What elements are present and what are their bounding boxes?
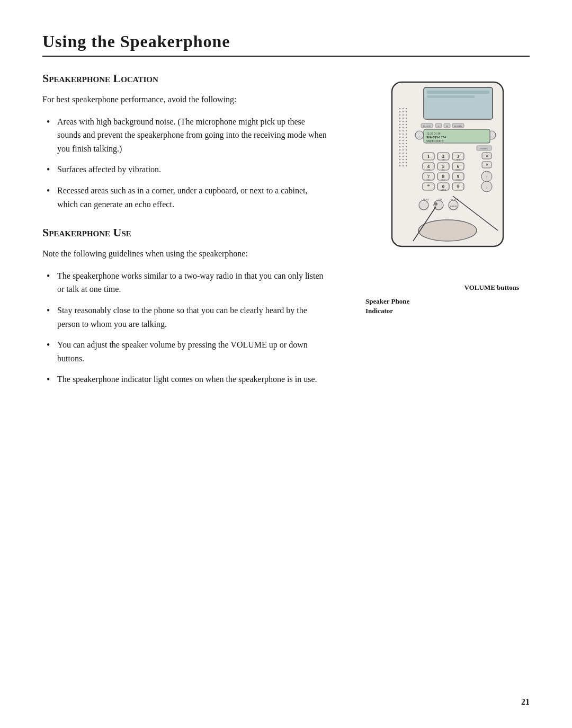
svg-point-12 <box>403 118 404 119</box>
list-item: Stay reasonably close to the phone so th… <box>42 304 328 331</box>
svg-text:∧: ∧ <box>486 154 488 158</box>
svg-point-29 <box>399 137 400 138</box>
page-number: 21 <box>521 697 530 707</box>
svg-text:ABC: ABC <box>441 158 446 161</box>
volume-buttons-label: VOLUME buttons <box>464 283 519 292</box>
svg-point-25 <box>406 130 407 131</box>
svg-rect-61 <box>427 95 475 98</box>
svg-point-52 <box>406 159 407 160</box>
svg-point-32 <box>399 140 400 141</box>
svg-text:*: * <box>427 183 430 189</box>
svg-point-31 <box>406 137 407 138</box>
list-item: Surfaces affected by vibration. <box>42 163 328 176</box>
list-item: You can adjust the speaker volume by pre… <box>42 338 328 365</box>
svg-text:PRS: PRS <box>426 179 430 181</box>
svg-point-53 <box>399 162 400 163</box>
svg-text:REVIEW: REVIEW <box>454 125 462 128</box>
svg-point-2 <box>399 108 400 109</box>
list-item: The speakerphone indicator light comes o… <box>42 372 328 386</box>
svg-point-7 <box>406 111 407 112</box>
svg-point-50 <box>399 159 400 160</box>
svg-point-41 <box>399 149 400 150</box>
svg-text:↑: ↑ <box>486 175 488 180</box>
page-title: Using the Speakerphone <box>42 32 530 57</box>
svg-text:A: A <box>438 125 440 128</box>
svg-point-45 <box>403 153 404 154</box>
svg-point-33 <box>403 140 404 141</box>
svg-text:SMITH JOHN: SMITH JOHN <box>426 139 444 143</box>
svg-point-13 <box>406 118 407 119</box>
svg-point-9 <box>403 114 404 116</box>
svg-point-26 <box>399 134 400 135</box>
svg-text:DELETE: DELETE <box>423 125 431 128</box>
section2-intro: Note the following guidelines when using… <box>42 247 328 261</box>
svg-point-49 <box>406 156 407 157</box>
svg-point-3 <box>403 108 404 109</box>
svg-text:WXY: WXY <box>455 179 461 181</box>
phone-illustration: DELETE A B REVIEW 12:30 01:19 316-555-13… <box>360 77 519 278</box>
svg-point-38 <box>399 146 400 147</box>
svg-text:TUV: TUV <box>441 179 445 181</box>
svg-point-48 <box>403 156 404 157</box>
svg-point-51 <box>403 159 404 160</box>
svg-point-27 <box>403 134 404 135</box>
svg-point-34 <box>406 140 407 141</box>
speaker-phone-indicator-label: Speaker PhoneIndicator <box>365 297 409 316</box>
svg-point-15 <box>403 121 404 122</box>
svg-text:JKL: JKL <box>442 168 445 171</box>
svg-point-21 <box>403 127 404 128</box>
svg-point-20 <box>399 127 400 128</box>
image-column: DELETE A B REVIEW 12:30 01:19 316-555-13… <box>350 72 530 315</box>
svg-point-124 <box>435 203 437 206</box>
svg-point-39 <box>403 146 404 147</box>
svg-point-35 <box>399 143 400 144</box>
svg-text:OPER: OPER <box>441 189 446 191</box>
section2-container: Speakerphone Use Note the following guid… <box>42 226 328 386</box>
svg-text:STORE: STORE <box>480 147 488 150</box>
svg-point-42 <box>403 149 404 150</box>
svg-text:#: # <box>457 183 460 189</box>
section2-bullets: The speakerphone works similar to a two-… <box>42 269 328 386</box>
svg-point-57 <box>403 165 404 166</box>
list-item: The speakerphone works similar to a two-… <box>42 269 328 296</box>
svg-point-8 <box>399 114 400 116</box>
content-layout: Speakerphone Location For best speakerph… <box>42 72 530 397</box>
svg-point-36 <box>403 143 404 144</box>
svg-point-43 <box>406 149 407 150</box>
svg-point-24 <box>403 130 404 131</box>
svg-point-6 <box>403 111 404 112</box>
phone-labels: VOLUME buttons Speaker PhoneIndicator <box>360 283 519 315</box>
svg-point-56 <box>399 165 400 166</box>
svg-point-4 <box>406 108 407 109</box>
svg-point-16 <box>406 121 407 122</box>
section2-title: Speakerphone Use <box>42 226 328 239</box>
svg-point-18 <box>403 124 404 125</box>
svg-point-55 <box>406 162 407 163</box>
svg-point-5 <box>399 111 400 112</box>
svg-point-54 <box>403 162 404 163</box>
svg-point-46 <box>406 153 407 154</box>
svg-point-17 <box>399 124 400 125</box>
svg-text:DEF: DEF <box>456 158 460 161</box>
list-item: Recessed areas such as in a corner, unde… <box>42 184 328 211</box>
svg-text:B: B <box>446 125 448 128</box>
svg-text:GHI: GHI <box>426 168 431 171</box>
svg-point-58 <box>406 165 407 166</box>
svg-point-70 <box>415 131 424 139</box>
svg-text:1: 1 <box>427 154 430 159</box>
svg-text:MNO: MNO <box>455 168 460 171</box>
svg-point-11 <box>399 118 400 119</box>
text-column: Speakerphone Location For best speakerph… <box>42 72 328 397</box>
section1-title: Speakerphone Location <box>42 72 328 85</box>
svg-rect-60 <box>427 91 489 94</box>
svg-text:316-555-1324: 316-555-1324 <box>426 135 446 139</box>
svg-point-28 <box>406 134 407 135</box>
svg-text:∨: ∨ <box>486 163 488 167</box>
section1-intro: For best speakerphone performance, avoid… <box>42 93 328 106</box>
svg-point-44 <box>399 153 400 154</box>
svg-point-37 <box>406 143 407 144</box>
list-item: Areas with high background noise. (The m… <box>42 115 328 156</box>
svg-text:↓: ↓ <box>486 185 488 190</box>
svg-point-127 <box>418 220 477 241</box>
svg-point-19 <box>406 124 407 125</box>
